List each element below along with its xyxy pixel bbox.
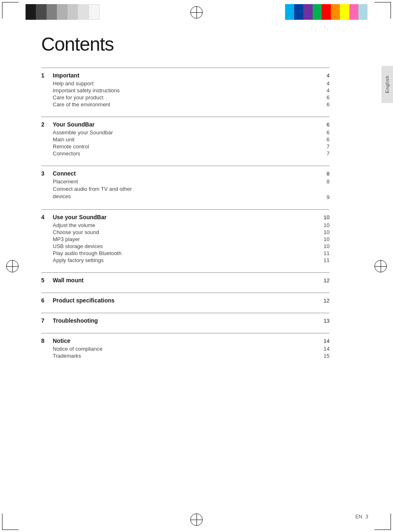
toc-sub-label-4-3: USB storage devices xyxy=(53,243,103,249)
language-tab: English xyxy=(381,66,393,103)
toc-section-title-3: Connect xyxy=(53,170,76,177)
toc-sub-entry-4-0: Adjust the volume10 xyxy=(41,222,330,228)
toc-section-7: 7Troubleshooting13 xyxy=(41,313,330,324)
toc-sub-label-3-1: Connect audio from TV and other devices xyxy=(53,185,132,200)
toc-sub-label-1-1: Important safety instructions xyxy=(53,87,120,94)
toc-section-page-6: 12 xyxy=(321,298,330,304)
toc-sub-entry-1-1: Important safety instructions4 xyxy=(41,87,330,94)
language-label: English xyxy=(385,75,390,93)
toc-sub-entry-3-1: Connect audio from TV and other devices9 xyxy=(41,185,330,200)
toc-section-1: 1Important4Help and support4Important sa… xyxy=(41,68,330,108)
toc-sub-entry-2-2: Remote control7 xyxy=(41,143,330,150)
toc-section-4: 4Use your SoundBar10Adjust the volume10C… xyxy=(41,209,330,263)
toc-sub-page-8-1: 15 xyxy=(324,353,330,359)
toc-section-2: 2Your SoundBar6Assemble your Soundbar6Ma… xyxy=(41,117,330,157)
footer-lang: EN xyxy=(356,514,363,520)
toc-section-title-8: Notice xyxy=(53,337,70,344)
toc-sub-page-4-2: 10 xyxy=(324,236,330,242)
main-content: Contents 1Important4Help and support4Imp… xyxy=(41,33,330,368)
toc-main-entry-2: 2Your SoundBar6 xyxy=(41,121,330,128)
toc-sub-page-8-0: 14 xyxy=(324,346,330,352)
toc-sub-entry-8-0: Notice of compliance14 xyxy=(41,346,330,352)
toc-sub-entry-4-5: Apply factory settings11 xyxy=(41,257,330,263)
toc-section-title-6: Product specifications xyxy=(53,297,115,304)
toc-section-number-8: 8 xyxy=(41,337,48,344)
toc-sub-entry-4-1: Choose your sound10 xyxy=(41,229,330,235)
toc-sub-entry-4-3: USB storage devices10 xyxy=(41,243,330,249)
toc-section-number-2: 2 xyxy=(41,121,48,128)
toc-sub-page-4-1: 10 xyxy=(324,229,330,235)
toc-section-5: 5Wall mount12 xyxy=(41,272,330,284)
toc-sub-label-4-4: Play audio through Bluetooth xyxy=(53,250,122,256)
toc-sub-label-4-1: Choose your sound xyxy=(53,229,99,235)
toc-sub-page-3-1: 9 xyxy=(327,194,330,200)
crosshair-bottom xyxy=(190,513,203,526)
reg-mark-bottom-left xyxy=(2,513,19,530)
toc-section-page-4: 10 xyxy=(321,214,330,220)
toc-sub-label-1-3: Care of the environment xyxy=(53,101,110,108)
toc-main-entry-1: 1Important4 xyxy=(41,72,330,79)
toc-main-entry-8: 8Notice14 xyxy=(41,337,330,344)
toc-sub-page-4-4: 11 xyxy=(324,250,330,256)
toc-section-page-7: 13 xyxy=(321,318,330,324)
page-title: Contents xyxy=(41,33,330,55)
toc-section-6: 6Product specifications12 xyxy=(41,293,330,304)
toc-sub-page-4-5: 11 xyxy=(324,257,330,263)
toc-section-3: 3Connect8Placement8Connect audio from TV… xyxy=(41,166,330,200)
toc-sub-page-3-0: 8 xyxy=(327,178,330,185)
crosshair-right xyxy=(374,260,387,272)
toc-sub-label-4-2: MP3 player xyxy=(53,236,80,242)
toc-sub-label-4-0: Adjust the volume xyxy=(53,222,95,228)
toc-sub-entry-3-0: Placement8 xyxy=(41,178,330,185)
reg-mark-top-right xyxy=(374,2,391,19)
toc-section-title-1: Important xyxy=(53,72,80,79)
toc-section-page-8: 14 xyxy=(321,338,330,344)
footer-page-number: 3 xyxy=(365,514,368,520)
color-strip-right xyxy=(285,4,367,20)
toc-sub-label-4-5: Apply factory settings xyxy=(53,257,104,263)
toc-sub-page-4-0: 10 xyxy=(324,222,330,228)
toc-section-page-3: 8 xyxy=(321,171,330,177)
toc-main-entry-7: 7Troubleshooting13 xyxy=(41,317,330,324)
toc-sub-label-1-0: Help and support xyxy=(53,80,94,87)
reg-mark-bottom-right xyxy=(374,513,391,530)
toc-sub-entry-2-3: Connectors7 xyxy=(41,150,330,157)
toc-sub-page-2-0: 6 xyxy=(327,129,330,136)
toc-section-number-7: 7 xyxy=(41,317,48,324)
crosshair-left xyxy=(6,260,19,272)
toc-section-number-5: 5 xyxy=(41,277,48,284)
page-footer: EN 3 xyxy=(356,514,368,520)
color-strip-left xyxy=(26,4,100,20)
toc-sub-page-1-2: 6 xyxy=(327,94,330,101)
toc-section-title-2: Your SoundBar xyxy=(53,121,95,128)
toc-sub-entry-4-4: Play audio through Bluetooth11 xyxy=(41,250,330,256)
toc-sub-label-2-3: Connectors xyxy=(53,150,80,157)
toc-sub-entry-1-0: Help and support4 xyxy=(41,80,330,87)
toc-sub-page-2-3: 7 xyxy=(327,150,330,157)
toc-section-number-1: 1 xyxy=(41,72,48,79)
toc-section-page-2: 6 xyxy=(321,122,330,128)
toc-sub-label-2-1: Main unit xyxy=(53,136,75,143)
toc-section-number-6: 6 xyxy=(41,297,48,304)
toc-main-entry-3: 3Connect8 xyxy=(41,170,330,177)
toc-main-entry-6: 6Product specifications12 xyxy=(41,297,330,304)
toc-section-number-4: 4 xyxy=(41,214,48,220)
toc-main-entry-5: 5Wall mount12 xyxy=(41,277,330,284)
toc-sub-label-2-0: Assemble your Soundbar xyxy=(53,129,113,136)
toc-sub-label-3-0: Placement xyxy=(53,178,78,185)
toc-sub-entry-2-0: Assemble your Soundbar6 xyxy=(41,129,330,136)
toc-sub-entry-8-1: Trademarks15 xyxy=(41,353,330,359)
toc-section-8: 8Notice14Notice of compliance14Trademark… xyxy=(41,333,330,359)
toc-sub-entry-4-2: MP3 player10 xyxy=(41,236,330,242)
toc-main-entry-4: 4Use your SoundBar10 xyxy=(41,214,330,220)
toc-container: 1Important4Help and support4Important sa… xyxy=(41,68,330,359)
crosshair-top xyxy=(190,6,203,19)
toc-sub-label-1-2: Care for your product xyxy=(53,94,103,101)
toc-sub-page-4-3: 10 xyxy=(324,243,330,249)
reg-mark-top-left xyxy=(2,2,19,19)
toc-sub-page-2-2: 7 xyxy=(327,143,330,150)
toc-section-page-5: 12 xyxy=(321,277,330,284)
toc-sub-entry-1-3: Care of the environment6 xyxy=(41,101,330,108)
toc-sub-label-2-2: Remote control xyxy=(53,143,89,150)
toc-section-page-1: 4 xyxy=(321,73,330,79)
